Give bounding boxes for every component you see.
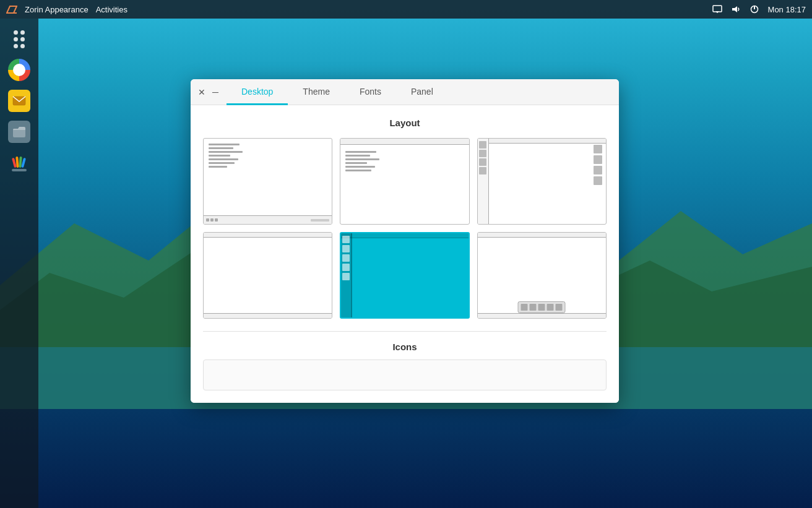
tab-bar: Desktop Theme Fonts Panel: [227, 79, 619, 105]
layout-option-6[interactable]: [477, 232, 607, 319]
power-icon[interactable]: [749, 4, 759, 14]
svg-rect-5: [713, 6, 722, 12]
topbar-app-name[interactable]: Zorin Appearance: [25, 5, 89, 14]
svg-marker-8: [732, 6, 737, 12]
layout-option-2[interactable]: [340, 138, 469, 225]
svg-marker-3: [7, 6, 17, 13]
topbar: Zorin Appearance Activities Mon 18:1: [0, 0, 812, 19]
dock: [0, 19, 38, 508]
icons-section: Icons: [203, 331, 607, 390]
window-minimize-button[interactable]: ─: [210, 87, 220, 97]
tab-panel[interactable]: Panel: [396, 80, 448, 105]
icons-section-title: Icons: [203, 342, 607, 352]
layout-section-title: Layout: [203, 118, 607, 128]
layout-option-4[interactable]: [203, 232, 332, 319]
topbar-time: Mon 18:17: [768, 5, 806, 14]
zorin-logo-icon: [6, 4, 17, 15]
monitor-icon: [712, 4, 722, 14]
dock-chrome-icon[interactable]: [6, 57, 32, 83]
dock-apps-grid-icon[interactable]: [6, 26, 32, 52]
window-close-button[interactable]: ✕: [197, 87, 207, 97]
topbar-left: Zorin Appearance Activities: [6, 4, 127, 15]
layout-options-grid: [203, 138, 607, 319]
tab-theme[interactable]: Theme: [288, 80, 345, 105]
layout-option-5[interactable]: [340, 232, 469, 319]
volume-icon[interactable]: [731, 4, 741, 14]
topbar-right: Mon 18:17: [712, 4, 806, 14]
window-titlebar: ✕ ─ Desktop Theme Fonts Panel: [191, 79, 619, 105]
dock-mail-icon[interactable]: [6, 88, 32, 114]
window-controls: ✕ ─: [191, 87, 227, 97]
tab-fonts[interactable]: Fonts: [345, 80, 396, 105]
svg-rect-12: [13, 129, 25, 137]
dock-zorin-appearance-icon[interactable]: [6, 150, 32, 176]
tab-desktop[interactable]: Desktop: [227, 80, 288, 105]
layout-option-1[interactable]: [203, 138, 332, 225]
icons-scroll-container[interactable]: [203, 359, 607, 390]
topbar-activities[interactable]: Activities: [96, 5, 127, 14]
window-content: Layout: [191, 105, 619, 403]
layout-option-3[interactable]: [477, 138, 607, 225]
zorin-appearance-window: ✕ ─ Desktop Theme Fonts Panel Layout: [191, 79, 619, 403]
dock-files-icon[interactable]: [6, 119, 32, 145]
svg-rect-13: [12, 169, 27, 171]
